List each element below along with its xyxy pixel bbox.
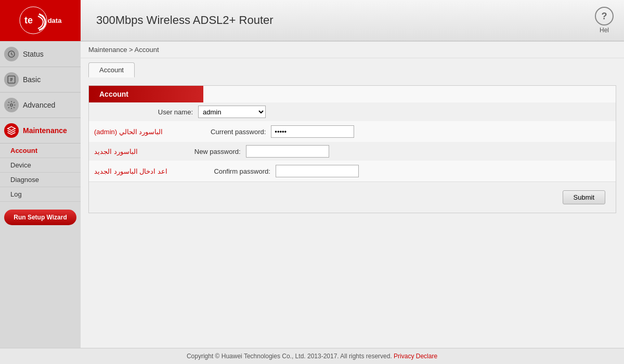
setup-wizard-button[interactable]: Run Setup Wizard: [4, 210, 76, 225]
sub-item-diagnose[interactable]: Diagnose: [0, 173, 81, 187]
username-control: admin: [198, 106, 266, 118]
logo: te data: [19, 6, 62, 35]
form-title: Account: [89, 86, 203, 102]
sub-item-device[interactable]: Device: [0, 158, 81, 173]
sidebar-item-status[interactable]: Status: [0, 42, 81, 67]
footer-copyright: Copyright © Huawei Technologies Co., Ltd…: [187, 353, 392, 360]
sidebar-item-basic[interactable]: Basic: [0, 67, 81, 93]
form-row-new-password: الباسورد الجديد New password:: [89, 142, 616, 161]
privacy-link[interactable]: Privacy Declare: [394, 353, 437, 360]
svg-text:te: te: [24, 15, 33, 25]
account-form: Account User name: admin الباسورد الحالي…: [88, 85, 616, 213]
sidebar: Status Basic Advanced Maintenance Accoun…: [0, 42, 81, 348]
form-row-confirm-password: اعد ادخال الباسورد الجديد Confirm passwo…: [89, 162, 616, 180]
advanced-icon: [4, 98, 19, 112]
tabs-row: Account: [81, 58, 624, 77]
sub-menu: Account Device Diagnose Log: [0, 144, 81, 202]
form-footer: Submit: [89, 181, 616, 213]
top-header: te data 300Mbps Wireless ADSL2+ Router ?…: [0, 0, 624, 42]
page-footer: Copyright © Huawei Technologies Co., Ltd…: [0, 348, 624, 364]
tab-account[interactable]: Account: [88, 62, 135, 77]
form-row-username: User name: admin: [89, 102, 616, 121]
new-password-control: [246, 145, 329, 158]
sidebar-label-advanced: Advanced: [23, 101, 55, 109]
logo-data-text: data: [48, 17, 62, 24]
confirm-password-label: Confirm password:: [172, 167, 276, 175]
sidebar-label-maintenance: Maintenance: [23, 126, 67, 135]
logo-area: te data: [0, 0, 81, 41]
current-password-control: [271, 125, 354, 138]
basic-icon: [4, 72, 19, 87]
sub-item-log[interactable]: Log: [0, 187, 81, 202]
current-password-input[interactable]: [271, 125, 354, 138]
router-title: 300Mbps Wireless ADSL2+ Router: [96, 14, 595, 27]
help-label: Hel: [600, 27, 609, 34]
new-password-input[interactable]: [246, 145, 329, 158]
sub-item-account[interactable]: Account: [0, 144, 81, 158]
confirm-password-input[interactable]: [276, 165, 359, 177]
username-select[interactable]: admin: [198, 106, 266, 118]
sidebar-label-status: Status: [23, 50, 44, 58]
current-password-label: Current password:: [167, 128, 271, 136]
breadcrumb: Maintenance > Account: [81, 42, 624, 58]
help-icon: ?: [595, 7, 614, 25]
sidebar-item-advanced[interactable]: Advanced: [0, 93, 81, 118]
current-password-arabic: الباسورد الحالي (admin): [94, 128, 163, 136]
maintenance-icon: [4, 123, 19, 138]
confirm-password-control: [276, 165, 359, 177]
sidebar-label-basic: Basic: [23, 75, 41, 84]
svg-point-4: [10, 104, 13, 107]
form-row-current-password: الباسورد الحالي (admin) Current password…: [89, 122, 616, 141]
main-layout: Status Basic Advanced Maintenance Accoun…: [0, 42, 624, 348]
logo-icon: te: [19, 6, 48, 35]
confirm-password-arabic: اعد ادخال الباسورد الجديد: [94, 167, 167, 175]
help-button[interactable]: ? Hel: [595, 7, 614, 34]
submit-button[interactable]: Submit: [563, 190, 605, 204]
content-area: Maintenance > Account Account Account Us…: [81, 42, 624, 348]
username-label: User name:: [94, 108, 198, 116]
status-icon: [4, 47, 19, 61]
new-password-label: New password:: [142, 148, 246, 155]
new-password-arabic: الباسورد الجديد: [94, 148, 138, 155]
sidebar-item-maintenance[interactable]: Maintenance: [0, 118, 81, 144]
